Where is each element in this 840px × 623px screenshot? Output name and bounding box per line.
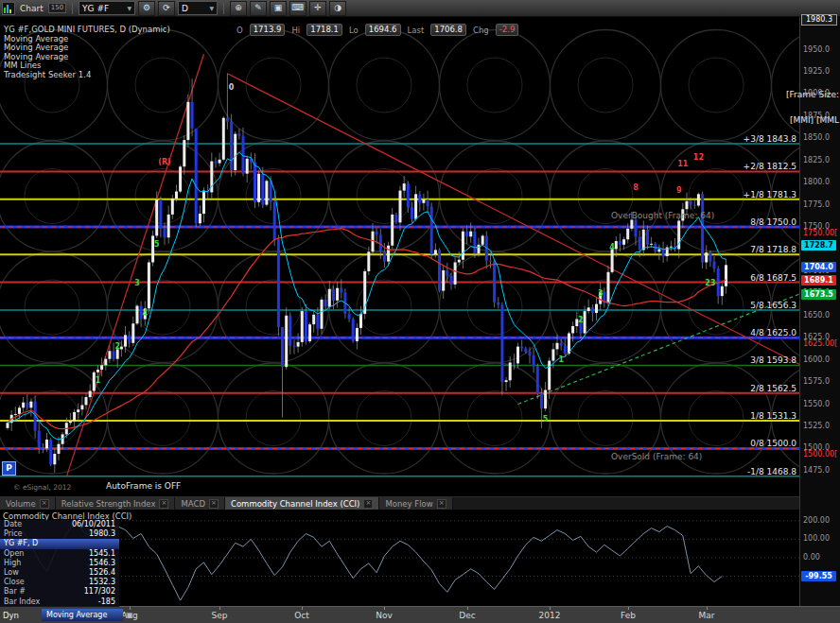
- price-badge: 1728.7: [801, 240, 836, 251]
- crosshair-icon[interactable]: ✛: [309, 1, 326, 16]
- data-window-row: Price 1980.3: [0, 529, 119, 539]
- cursor-mode-label: Dyn: [3, 611, 19, 620]
- data-window-row: Low 1526.4: [0, 568, 119, 578]
- callout-icon[interactable]: ▣: [270, 1, 287, 16]
- toolbar-separator: [223, 3, 224, 14]
- copyright-label: © eSignal, 2012: [13, 483, 71, 492]
- low-value: 1694.6: [365, 24, 401, 36]
- price-tick: 1950.0: [803, 45, 830, 54]
- main-price-chart[interactable]: 12345(R)05123489111223 +3/8 1843.8+2/8 1…: [0, 17, 799, 496]
- cci-plot-svg: [0, 510, 799, 606]
- price-tick: 1575.0: [803, 377, 830, 386]
- close-icon[interactable]: ×: [209, 499, 219, 509]
- window-badge: 150: [48, 3, 66, 13]
- pencil-icon[interactable]: ✎: [250, 1, 267, 16]
- svg-text:2: 2: [114, 342, 120, 351]
- tab-label: Money Flow: [385, 499, 432, 509]
- month-label: Mar: [693, 611, 720, 620]
- symbol-combo[interactable]: YG #F ▼: [79, 1, 135, 15]
- oversold-label: OverSold (Frame: 64): [611, 452, 702, 461]
- time-axis[interactable]: AugSepOctNovDec2012FebMar Dyn Moving Ave…: [0, 606, 840, 623]
- month-label: Nov: [371, 611, 397, 620]
- contrast-icon[interactable]: ◑: [329, 1, 346, 16]
- data-window: Date 06/10/2011 Price 1980.3 YG #F, D Op…: [0, 520, 119, 607]
- selected-study-label[interactable]: Moving Average: [42, 609, 123, 621]
- svg-text:3: 3: [598, 289, 604, 298]
- price-tick: 1875.0: [803, 112, 830, 120]
- dw-symbol-header: YG #F, D: [0, 539, 119, 548]
- tab-rsi[interactable]: Relative Strength Index ×: [56, 497, 176, 511]
- close-icon[interactable]: ×: [40, 499, 49, 509]
- chart-application-window: Chart 150 YG #F ▼ ⚙ ⟳ D ▼ ⊕ ✎ ▣ ⌨ ✛ ◑ 12…: [0, 0, 840, 623]
- data-window-row: Date 06/10/2011: [0, 520, 119, 529]
- price-badge: 1673.5: [801, 289, 836, 300]
- tab-label: Relative Strength Index: [61, 499, 156, 509]
- cci-indicator-panel[interactable]: Commodity Channel Index (CCI): [0, 510, 799, 606]
- svg-text:4: 4: [143, 309, 149, 318]
- price-tick: 1850.0: [803, 133, 830, 142]
- month-label: Sep: [206, 611, 233, 620]
- refresh-icon[interactable]: ⟳: [158, 1, 175, 16]
- dw-label: Date: [4, 520, 22, 529]
- pointer-tool-badge[interactable]: P: [2, 461, 16, 476]
- tab-volume[interactable]: Volume ×: [0, 497, 56, 511]
- gear-icon[interactable]: ⚙: [138, 1, 155, 16]
- dw-label: Open: [4, 549, 24, 559]
- cci-tick: 200.00: [803, 516, 830, 525]
- price-tick: 1525.0: [803, 422, 830, 430]
- price-badge: 1704.0: [801, 262, 836, 272]
- change-value: -2.9: [496, 24, 519, 36]
- symbol-value: YG #F: [82, 4, 109, 13]
- dw-value: 1980.3: [89, 529, 115, 539]
- dw-label: Bar #: [4, 587, 26, 597]
- month-label: Dec: [454, 611, 481, 620]
- tab-label: Volume: [6, 499, 36, 509]
- svg-text:5: 5: [154, 240, 160, 249]
- price-tick: 1475.0: [803, 466, 830, 475]
- overbought-label: OverBought (Frame: 64): [611, 211, 714, 220]
- legend-line: Tradesight Seeker 1.4: [4, 71, 170, 80]
- data-window-row: Bar # 117/302: [0, 587, 119, 597]
- dw-label: Low: [4, 568, 19, 578]
- data-window-row: Close 1532.3: [0, 578, 119, 587]
- price-badge: 1689.1: [801, 275, 836, 286]
- chevron-down-icon: ▼: [209, 5, 214, 11]
- svg-text:(R): (R): [158, 158, 170, 166]
- chevron-down-icon: ▼: [127, 5, 131, 11]
- price-tick: 1900.0: [803, 89, 830, 97]
- svg-text:8: 8: [633, 183, 639, 192]
- dw-label: Price: [4, 529, 23, 539]
- interval-combo[interactable]: D ▼: [178, 1, 218, 15]
- close-icon[interactable]: ×: [363, 499, 373, 509]
- tab-cci[interactable]: Commodity Channel Index (CCI) ×: [225, 497, 379, 511]
- month-label: Oct: [289, 611, 315, 620]
- zoom-icon[interactable]: ⊕: [230, 1, 247, 16]
- month-tick: [219, 607, 220, 610]
- price-tick: 1650.0: [803, 311, 830, 320]
- close-icon[interactable]: ×: [159, 499, 168, 509]
- svg-text:23: 23: [705, 279, 715, 287]
- cci-tick: 0.00: [803, 553, 820, 562]
- study-legend: YG #F,GOLD MINI FUTURES, D (Dynamic) Mov…: [4, 26, 170, 80]
- close-icon[interactable]: ×: [437, 499, 446, 509]
- month-tick: [467, 607, 468, 610]
- data-window-row: High 1546.3: [0, 559, 119, 568]
- gann-circle-pattern: [0, 30, 799, 475]
- dw-value: 117/302: [84, 587, 115, 597]
- svg-text:1: 1: [558, 355, 564, 364]
- price-axis[interactable]: 1980.3 [Frame Size: [MMI] [MML 1950.0192…: [799, 17, 840, 606]
- tab-label: Commodity Channel Index (CCI): [231, 499, 359, 509]
- price-plot-svg: 12345(R)05123489111223: [0, 17, 799, 496]
- tab-macd[interactable]: MACD ×: [175, 497, 224, 511]
- keyboard-icon[interactable]: ⌨: [289, 1, 306, 16]
- month-label: Feb: [615, 611, 641, 620]
- last-value: 1706.8: [430, 24, 466, 36]
- month-label: 2012: [536, 611, 563, 620]
- price-tick: 1925.0: [803, 67, 830, 76]
- svg-text:5: 5: [543, 415, 549, 424]
- study-tab-bar: Volume × Relative Strength Index × MACD …: [0, 496, 799, 511]
- tab-money-flow[interactable]: Money Flow ×: [379, 497, 452, 511]
- dw-value: 1526.4: [89, 568, 115, 578]
- interval-value: D: [182, 4, 188, 13]
- dw-value: 06/10/2011: [72, 520, 115, 529]
